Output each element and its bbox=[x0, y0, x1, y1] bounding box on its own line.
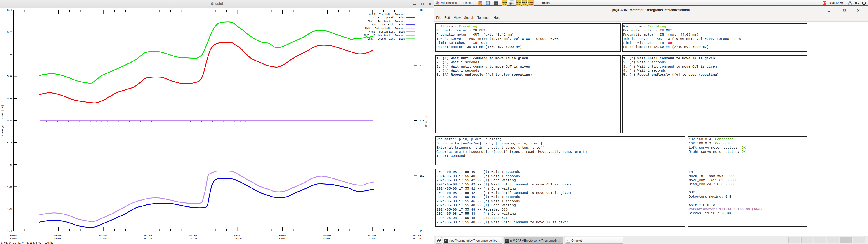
svg-text:Ch#2 - Bottom Left - Bias: Ch#2 - Bottom Left - Bias bbox=[369, 30, 405, 33]
svg-text:110: 110 bbox=[420, 230, 424, 233]
svg-text:4.6: 4.6 bbox=[7, 207, 12, 210]
svg-text:12:00: 12:00 bbox=[99, 237, 107, 240]
svg-text:06/07: 06/07 bbox=[234, 234, 242, 237]
svg-text:Ch#3 - Bottom Right - Bias: Ch#3 - Bottom Right - Bias bbox=[368, 37, 405, 40]
svg-text:Ch#1 - Top Right - Current: Ch#1 - Top Right - Current bbox=[368, 20, 405, 23]
svg-text:Ch#2 - Bottom Left - Current: Ch#2 - Bottom Left - Current bbox=[365, 27, 405, 30]
svg-text:5: 5 bbox=[10, 163, 12, 166]
svg-text:06/07: 06/07 bbox=[279, 234, 287, 237]
svg-text:12:00: 12:00 bbox=[279, 237, 287, 240]
svg-text:4.8: 4.8 bbox=[7, 185, 12, 188]
svg-text:Midas: Midas bbox=[528, 1, 534, 4]
svg-text:00:00: 00:00 bbox=[144, 237, 152, 240]
svg-text:Ch#0 - Top Left - Current: Ch#0 - Top Left - Current bbox=[369, 13, 405, 16]
svg-text:120: 120 bbox=[420, 119, 424, 122]
svg-text:06/05: 06/05 bbox=[99, 234, 107, 237]
svg-text:5.8: 5.8 bbox=[7, 75, 12, 78]
svg-text:115: 115 bbox=[420, 175, 424, 177]
svg-text:Midas: Midas bbox=[516, 1, 521, 4]
svg-text:5.4: 5.4 bbox=[7, 119, 12, 122]
svg-text:6: 6 bbox=[10, 53, 12, 56]
svg-text:Bias [V]: Bias [V] bbox=[425, 114, 428, 126]
svg-text:00:00: 00:00 bbox=[55, 237, 62, 240]
svg-text:Midas: Midas bbox=[522, 1, 527, 4]
svg-text:5.2: 5.2 bbox=[7, 141, 12, 144]
svg-text:06/06: 06/06 bbox=[144, 234, 152, 237]
svg-text:06/08: 06/08 bbox=[323, 234, 331, 237]
svg-text:06/08: 06/08 bbox=[368, 234, 376, 237]
svg-text:6.4: 6.4 bbox=[7, 8, 12, 11]
svg-text:06/06: 06/06 bbox=[189, 234, 197, 237]
svg-text:Ch#3 - Bottom Right - Current: Ch#3 - Bottom Right - Current bbox=[364, 34, 405, 37]
svg-text:6.2: 6.2 bbox=[7, 31, 12, 34]
svg-text:12:00: 12:00 bbox=[189, 237, 197, 240]
svg-text:12:00: 12:00 bbox=[368, 237, 376, 240]
svg-text:06/09: 06/09 bbox=[413, 234, 421, 237]
svg-text:Midas: Midas bbox=[502, 1, 507, 4]
svg-text:?: ? bbox=[849, 2, 851, 4]
svg-text:12:00: 12:00 bbox=[10, 237, 18, 240]
svg-text:Ch#0 - Top Left - Bias: Ch#0 - Top Left - Bias bbox=[373, 16, 405, 19]
svg-text:130: 130 bbox=[420, 8, 424, 11]
svg-text:x=06/04 19:41 y= 6.38874 y2= 1: x=06/04 19:41 y= 6.38874 y2= 129.887 bbox=[1, 242, 55, 244]
svg-text:Leakage current [uA]: Leakage current [uA] bbox=[1, 105, 4, 136]
svg-text:00:00: 00:00 bbox=[323, 237, 331, 240]
svg-text:00:00: 00:00 bbox=[234, 237, 242, 240]
svg-text:5.6: 5.6 bbox=[7, 97, 12, 100]
svg-text:06/05: 06/05 bbox=[55, 234, 62, 237]
svg-text:06/04: 06/04 bbox=[10, 234, 18, 237]
svg-text:125: 125 bbox=[420, 64, 424, 67]
svg-text:4.4: 4.4 bbox=[7, 230, 12, 233]
svg-text:00:00: 00:00 bbox=[413, 237, 421, 240]
svg-text:Ch#1 - Top Right - Bias: Ch#1 - Top Right - Bias bbox=[372, 23, 405, 26]
